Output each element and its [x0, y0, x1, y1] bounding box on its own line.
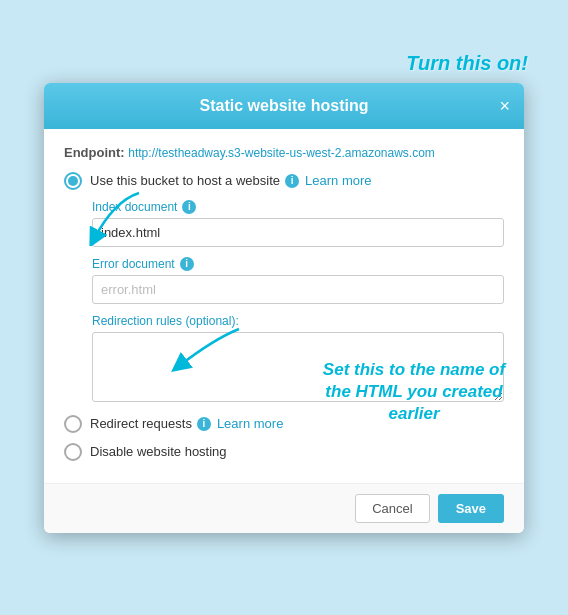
use-bucket-info-icon[interactable]: i — [285, 174, 299, 188]
static-website-hosting-modal: Static website hosting × Endpoint: http:… — [44, 83, 524, 533]
modal-body: Endpoint: http://testheadway.s3-website-… — [44, 129, 524, 483]
error-document-input[interactable] — [92, 275, 504, 304]
use-bucket-option[interactable]: Use this bucket to host a website i Lear… — [64, 172, 504, 190]
error-doc-info-icon[interactable]: i — [180, 257, 194, 271]
close-button[interactable]: × — [499, 97, 510, 115]
endpoint-url[interactable]: http://testheadway.s3-website-us-west-2.… — [128, 146, 435, 160]
disable-hosting-radio[interactable] — [64, 443, 82, 461]
use-bucket-radio[interactable] — [64, 172, 82, 190]
error-document-section: Error document i — [92, 257, 504, 304]
endpoint-label: Endpoint: — [64, 145, 125, 160]
use-bucket-learn-more[interactable]: Learn more — [305, 173, 371, 188]
disable-hosting-label: Disable website hosting — [90, 444, 227, 459]
redirect-requests-label: Redirect requests — [90, 416, 192, 431]
modal-footer: Cancel Save — [44, 483, 524, 533]
save-button[interactable]: Save — [438, 494, 504, 523]
set-this-annotation: Set this to the name of the HTML you cre… — [314, 359, 514, 425]
error-document-label: Error document i — [92, 257, 504, 271]
endpoint-row: Endpoint: http://testheadway.s3-website-… — [64, 145, 504, 160]
index-document-label: Index document i — [92, 200, 504, 214]
redirect-info-icon[interactable]: i — [197, 417, 211, 431]
index-document-input[interactable] — [92, 218, 504, 247]
use-bucket-label: Use this bucket to host a website — [90, 173, 280, 188]
radio-inner — [68, 176, 78, 186]
redirect-learn-more[interactable]: Learn more — [217, 416, 283, 431]
modal-header: Static website hosting × — [44, 83, 524, 129]
disable-hosting-option[interactable]: Disable website hosting — [64, 443, 504, 461]
redirect-requests-radio[interactable] — [64, 415, 82, 433]
cancel-button[interactable]: Cancel — [355, 494, 429, 523]
turn-on-arrow-icon — [74, 191, 144, 246]
set-this-arrow-icon — [164, 324, 244, 374]
modal-title: Static website hosting — [200, 97, 369, 115]
turn-on-annotation: Turn this on! — [406, 52, 528, 75]
redirection-rules-label: Redirection rules (optional): — [92, 314, 504, 328]
modal-overlay: Turn this on! Static website hosting × E… — [0, 0, 568, 615]
index-doc-info-icon[interactable]: i — [182, 200, 196, 214]
index-document-section: Index document i — [92, 200, 504, 247]
